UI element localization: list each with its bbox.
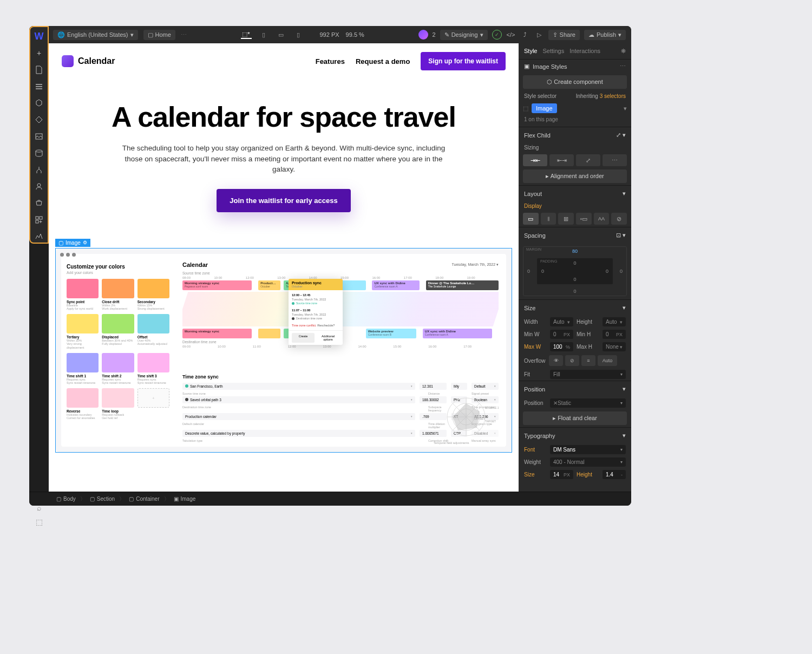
locale-selector[interactable]: 🌐 English (United States) ▾	[53, 30, 138, 40]
selected-image-element[interactable]: ▢ Image ⚙ Customize your colors Add your…	[55, 248, 512, 453]
display-inlineblock[interactable]: ▫▭	[576, 213, 592, 225]
font-select[interactable]: DM Sans	[550, 445, 626, 454]
sizing-more[interactable]: ⋯	[603, 154, 627, 166]
status-ok-icon[interactable]: ✓	[492, 30, 502, 40]
calendar-event[interactable]: Dinner @ The Snakehole Lo…The Snakehole …	[426, 280, 499, 290]
pages-icon[interactable]	[32, 64, 45, 76]
form-field[interactable]: San Francisco, Earth	[182, 383, 415, 390]
preview-icon[interactable]: ▷	[534, 30, 544, 40]
audit-icon[interactable]	[32, 230, 45, 243]
overflow-auto[interactable]: Auto	[598, 355, 617, 366]
color-swatch[interactable]: +	[137, 388, 169, 420]
section-flex-child[interactable]: Flex Child⤢ ▾	[519, 127, 631, 143]
float-clear-button[interactable]: ▸ Float and clear	[523, 411, 627, 425]
design-canvas[interactable]: Calendar Features Request a demo Sign up…	[49, 43, 519, 492]
color-swatch[interactable]: ReverseIndicates boundaryCorrect for ano…	[67, 388, 99, 420]
crumb-body[interactable]: ▢ Body	[53, 495, 79, 503]
color-swatch[interactable]: Time loopRequest rollbackGet hold ref	[102, 388, 134, 420]
maxw-input[interactable]: 100%	[550, 342, 573, 351]
color-swatch[interactable]: Time shift 2Requires syncSync restart ti…	[102, 353, 134, 385]
sizing-none[interactable]: ⤢	[576, 154, 600, 166]
overflow-scroll[interactable]: ≡	[581, 355, 595, 366]
tab-settings[interactable]: Settings	[542, 48, 564, 55]
ecommerce-icon[interactable]	[32, 197, 45, 210]
user-avatar[interactable]	[418, 30, 428, 40]
form-field[interactable]: Descrete value, calculated by property	[182, 430, 415, 437]
paint-icon[interactable]: ❋	[621, 48, 626, 55]
spacing-editor[interactable]: MARGIN PADDING 80 0 0 0 0 0 0 0	[523, 246, 627, 296]
minh-input[interactable]: 0PX	[603, 330, 626, 339]
crumb-image[interactable]: ▣ Image	[171, 495, 199, 503]
breakpoint-tablet[interactable]: ▯	[258, 31, 269, 38]
line-height-input[interactable]: 1.4-	[603, 470, 626, 479]
color-swatch[interactable]: OffsetOver 40%Automatically adjusted	[137, 314, 169, 350]
breakpoint-landscape[interactable]: ▭	[276, 31, 286, 38]
components-icon[interactable]	[32, 97, 45, 109]
display-flex[interactable]: ⫴	[541, 213, 556, 225]
share-button[interactable]: ⇪ Share	[548, 30, 580, 40]
nav-cta[interactable]: Sign up for the waitlist	[421, 52, 506, 70]
display-none[interactable]: ⊘	[611, 213, 627, 225]
color-swatch[interactable]: Time shift 1Requires syncSync restart ti…	[67, 353, 99, 385]
logic-icon[interactable]	[32, 164, 45, 176]
nav-demo[interactable]: Request a demo	[356, 57, 410, 66]
weight-select[interactable]: 400 - Normal	[550, 457, 626, 467]
section-position[interactable]: Position▾	[519, 381, 631, 397]
form-field[interactable]: Saved orbital path 3	[182, 396, 415, 403]
apps-icon[interactable]	[32, 213, 45, 226]
section-layout[interactable]: Layout▾	[519, 186, 631, 201]
gear-icon[interactable]: ⚙	[83, 240, 87, 245]
cms-icon[interactable]	[32, 147, 45, 159]
users-icon[interactable]	[32, 180, 45, 193]
position-select[interactable]: ✕ Static	[550, 398, 626, 408]
more-icon[interactable]: ⋯	[620, 63, 626, 70]
form-field[interactable]: Default	[472, 383, 499, 390]
section-typography[interactable]: Typography▾	[519, 428, 631, 443]
form-field[interactable]: 12.301	[420, 383, 447, 390]
calendar-event[interactable]	[258, 329, 280, 338]
fit-select[interactable]: Fill	[550, 370, 626, 379]
calendar-event[interactable]: UX sync with DidineConference room A	[423, 329, 492, 338]
alignment-button[interactable]: ▸ Alignment and order	[523, 169, 627, 183]
tab-style[interactable]: Style	[524, 48, 537, 55]
calendar-event[interactable]: UX sync with DidineConference room A	[372, 280, 420, 290]
crumb-section[interactable]: ▢ Section	[87, 495, 118, 503]
breakpoint-desktop[interactable]: ⬚*	[241, 31, 252, 39]
assets-icon[interactable]	[32, 130, 45, 143]
color-swatch[interactable]: Time shift 3Requires syncSync restart ti…	[137, 353, 169, 385]
hero-cta[interactable]: Join the waitlist for early access	[217, 189, 350, 212]
extension-icon[interactable]: ⬚	[36, 518, 43, 526]
maxh-input[interactable]: None▾	[603, 342, 626, 351]
tab-interactions[interactable]: Interactions	[569, 48, 600, 55]
height-input[interactable]: Auto▾	[603, 317, 626, 326]
color-swatch[interactable]: TertiaryWithin 30%Very strong displaceme…	[67, 314, 99, 350]
color-swatch[interactable]: Close driftWithin 2%Work displacement	[102, 279, 134, 311]
calendar-event[interactable]: Website previewConference room B	[366, 329, 416, 338]
display-grid[interactable]: ⊞	[558, 213, 574, 225]
sizing-grow[interactable]: ⇤⇥	[549, 154, 574, 166]
create-component-button[interactable]: ⬡ Create component	[523, 75, 627, 89]
overflow-visible[interactable]: 👁	[549, 355, 563, 366]
width-input[interactable]: Auto▾	[550, 317, 573, 326]
section-size[interactable]: Size▾	[519, 300, 631, 316]
color-swatch[interactable]: SecondaryWithin 15%Strong displacement	[137, 279, 169, 311]
export-icon[interactable]: ⤴	[520, 30, 530, 40]
publish-button[interactable]: ☁ Publish ▾	[584, 30, 626, 40]
minw-input[interactable]: 0PX	[550, 330, 573, 339]
add-icon[interactable]: +	[32, 47, 45, 60]
sizing-shrink[interactable]: ⇥⇤	[523, 154, 547, 166]
popover-addl[interactable]: Additional options	[317, 333, 339, 343]
calendar-event[interactable]: Morning strategy sync	[182, 329, 252, 338]
calendar-event[interactable]: Morning strategy syncPegasus conf room	[182, 280, 252, 290]
webflow-logo-icon[interactable]: W	[32, 30, 45, 43]
popover-create[interactable]: Create	[292, 333, 315, 343]
breakpoint-mobile[interactable]: ▯	[293, 31, 304, 38]
variables-icon[interactable]	[32, 114, 45, 126]
section-spacing[interactable]: Spacing⊡ ▾	[519, 227, 631, 243]
color-swatch[interactable]: Sync pointBaselineApply for sync world	[67, 279, 99, 311]
display-inline[interactable]: AA	[594, 213, 610, 225]
mode-selector[interactable]: ✎ Designing ▾	[440, 30, 488, 40]
crumb-container[interactable]: ▢ Container	[126, 495, 162, 503]
font-size-input[interactable]: 14PX	[550, 470, 573, 479]
color-swatch[interactable]: DisplacedBetween 30% and 40%Fully displa…	[102, 314, 134, 350]
